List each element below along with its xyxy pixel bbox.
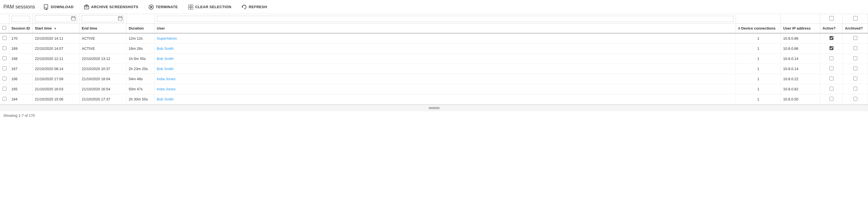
calendar-icon-end[interactable] [118,16,123,21]
row-select-checkbox[interactable] [3,56,6,60]
row-session-id: 168 [9,54,32,64]
clear-selection-button[interactable]: CLEAR SELECTION [186,3,233,11]
row-archived-checkbox[interactable] [854,87,857,90]
row-active-cell[interactable] [820,94,843,104]
user-link[interactable]: Bob Smith [157,97,174,101]
session-id-filter-input[interactable] [11,16,30,22]
header-active[interactable]: Active? [820,24,843,33]
row-select-checkbox[interactable] [3,46,6,50]
row-user[interactable]: India Jones [154,84,736,94]
download-label: DOWNLOAD [51,5,73,9]
header-user-ip[interactable]: User IP address [781,24,820,33]
svg-rect-5 [86,5,87,6]
header-device-connections[interactable]: # Device connections [736,24,781,33]
row-archived-cell[interactable] [843,64,868,74]
row-active-checkbox[interactable] [830,56,833,60]
row-checkbox-cell[interactable] [0,74,9,84]
end-time-filter-input[interactable] [83,17,117,21]
row-user[interactable]: India Jones [154,74,736,84]
row-archived-cell[interactable] [843,84,868,94]
row-checkbox-cell[interactable] [0,44,9,54]
table-row: 16421/10/2020 15:0621/10/2020 17:372h 30… [0,94,868,104]
row-active-checkbox[interactable] [830,66,833,70]
user-filter-input[interactable] [157,16,734,22]
scroll-thumb[interactable] [429,107,440,109]
start-time-filter-input[interactable] [36,17,70,21]
user-link[interactable]: Bob Smith [157,47,174,51]
scrollbar-row[interactable] [0,105,868,111]
user-link[interactable]: India Jones [157,87,176,91]
row-active-cell[interactable] [820,84,843,94]
row-device-connections: 1 [736,64,781,74]
row-user[interactable]: Bob Smith [154,54,736,64]
row-checkbox-cell[interactable] [0,33,9,44]
row-active-checkbox[interactable] [830,36,833,40]
filter-start-time[interactable] [32,14,79,24]
user-link[interactable]: Bob Smith [157,57,174,61]
filter-end-time[interactable] [79,14,126,24]
row-active-cell[interactable] [820,33,843,44]
download-button[interactable]: csv DOWNLOAD [42,3,75,11]
row-checkbox-cell[interactable] [0,84,9,94]
filter-session-id[interactable] [9,14,32,24]
toolbar: PAM sessions csv DOWNLOAD ARCHIVE SCREEN… [0,0,868,14]
row-active-cell[interactable] [820,54,843,64]
svg-rect-12 [189,7,190,9]
refresh-button[interactable]: REFRESH [240,3,269,11]
row-user-ip: 10.8.0.50 [781,94,820,104]
row-user[interactable]: Bob Smith [154,94,736,104]
row-checkbox-cell[interactable] [0,64,9,74]
active-filter-checkbox[interactable] [829,16,834,21]
row-select-checkbox[interactable] [3,97,6,101]
archived-filter-checkbox[interactable] [853,16,858,21]
row-active-cell[interactable] [820,64,843,74]
header-session-id[interactable]: Session ID [9,24,32,33]
row-active-cell[interactable] [820,44,843,54]
header-user[interactable]: User [154,24,736,33]
row-archived-checkbox[interactable] [854,56,857,60]
header-duration[interactable]: Duration [126,24,154,33]
row-active-checkbox[interactable] [830,97,833,101]
row-select-checkbox[interactable] [3,36,6,40]
header-start-time[interactable]: Start time ▼ [32,24,79,33]
row-archived-checkbox[interactable] [854,66,857,70]
calendar-icon-start[interactable] [71,16,75,21]
filter-user[interactable] [154,14,736,24]
row-archived-cell[interactable] [843,94,868,104]
filter-archived[interactable] [843,14,868,24]
row-checkbox-cell[interactable] [0,54,9,64]
row-active-checkbox[interactable] [830,77,833,80]
user-link[interactable]: India Jones [157,77,176,81]
row-archived-cell[interactable] [843,33,868,44]
status-footer: Showing 1-7 of 170 [0,111,868,120]
row-select-checkbox[interactable] [3,66,6,70]
row-select-checkbox[interactable] [3,77,6,80]
header-end-time[interactable]: End time [79,24,126,33]
row-checkbox-cell[interactable] [0,94,9,104]
terminate-button[interactable]: TERMINATE [147,3,179,11]
row-archived-cell[interactable] [843,54,868,64]
row-archived-checkbox[interactable] [854,36,857,40]
user-link[interactable]: Bob Smith [157,67,174,71]
header-archived[interactable]: Archived? [843,24,868,33]
row-select-checkbox[interactable] [3,87,6,90]
row-archived-cell[interactable] [843,74,868,84]
row-active-checkbox[interactable] [830,46,833,50]
row-active-cell[interactable] [820,74,843,84]
user-link[interactable]: SuperAdmin [157,36,177,41]
archive-button[interactable]: ARCHIVE SCREENSHOTS [82,3,140,11]
row-archived-cell[interactable] [843,44,868,54]
row-duration: 12m 12s [126,33,154,44]
filter-active[interactable] [820,14,843,24]
sessions-table: Session ID Start time ▼ End time Duratio… [0,14,868,104]
header-checkbox-col[interactable] [0,24,9,33]
row-archived-checkbox[interactable] [854,46,857,50]
row-archived-checkbox[interactable] [854,97,857,101]
select-all-checkbox[interactable] [2,26,6,30]
row-user[interactable]: Bob Smith [154,44,736,54]
row-active-checkbox[interactable] [830,87,833,90]
row-user[interactable]: Bob Smith [154,64,736,74]
svg-rect-14 [71,17,75,20]
row-archived-checkbox[interactable] [854,77,857,80]
row-user[interactable]: SuperAdmin [154,33,736,44]
